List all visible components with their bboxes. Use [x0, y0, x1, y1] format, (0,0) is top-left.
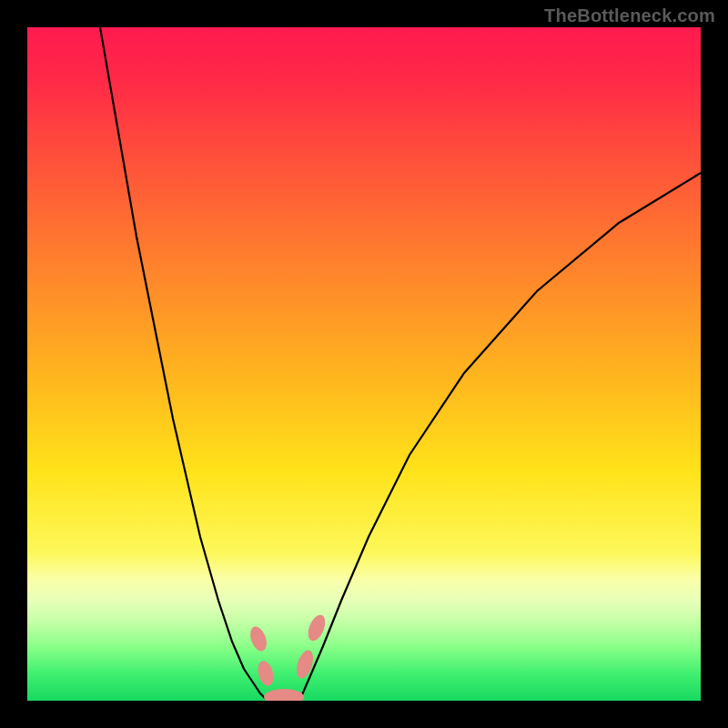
marker-left-lower	[256, 659, 277, 687]
curve-left-branch	[100, 27, 266, 699]
marker-right-lower	[293, 648, 316, 680]
watermark-text: TheBottleneck.com	[544, 5, 715, 26]
curve-markers	[248, 612, 329, 701]
marker-left-upper	[248, 624, 270, 653]
chart-frame	[27, 27, 701, 701]
curve-right-branch	[300, 173, 701, 699]
marker-trough-blob	[264, 689, 304, 701]
bottleneck-curve-svg	[27, 27, 701, 701]
